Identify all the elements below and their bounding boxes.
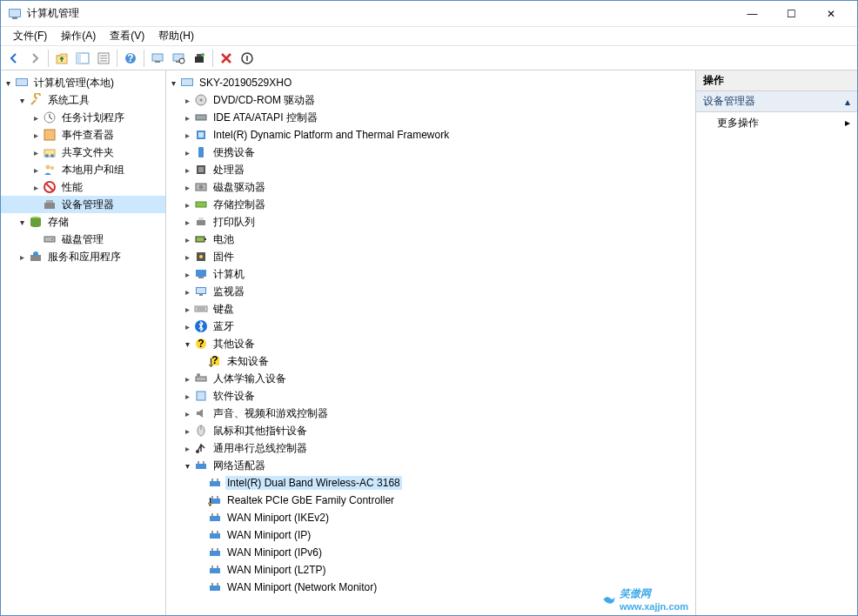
network-adapter[interactable]: Intel(R) Dual Band Wireless-AC 3168 xyxy=(166,474,695,492)
minimize-button[interactable]: — xyxy=(733,1,772,27)
view-resources-button[interactable] xyxy=(169,49,188,68)
svg-point-50 xyxy=(199,185,204,190)
network-adapter[interactable]: WAN Miniport (IPv6) xyxy=(166,544,695,561)
device-category[interactable]: ▸处理器 xyxy=(166,161,695,178)
collapse-icon[interactable]: ▾ xyxy=(15,213,29,231)
expand-icon[interactable]: ▸ xyxy=(29,109,43,126)
uninstall-button[interactable] xyxy=(217,49,236,68)
svg-rect-74 xyxy=(197,392,205,400)
device-category-other[interactable]: ▾ ? 其他设备 xyxy=(166,335,695,352)
menu-help[interactable]: 帮助(H) xyxy=(151,27,201,45)
more-actions-item[interactable]: 更多操作 ▸ xyxy=(696,112,857,133)
tree-label: 系统工具 xyxy=(46,92,91,109)
expand-icon[interactable]: ▸ xyxy=(180,109,194,126)
blank-toggle xyxy=(194,544,208,561)
properties-button[interactable] xyxy=(94,49,113,68)
watermark-url: www.xajjn.com xyxy=(620,601,688,612)
network-adapter[interactable]: WAN Miniport (IKEv2) xyxy=(166,509,695,526)
show-hide-tree-button[interactable] xyxy=(73,49,92,68)
collapse-icon[interactable]: ▾ xyxy=(15,91,29,109)
tree-disk-mgmt[interactable]: 磁盘管理 xyxy=(1,231,165,248)
tree-device-manager[interactable]: 设备管理器 xyxy=(1,196,165,213)
expand-icon[interactable]: ▸ xyxy=(180,422,194,439)
collapse-icon[interactable]: ▾ xyxy=(166,74,180,91)
device-category[interactable]: ▸电池 xyxy=(166,231,695,248)
device-category[interactable]: ▸声音、视频和游戏控制器 xyxy=(166,405,695,422)
tree-shared-folders[interactable]: ▸ 共享文件夹 xyxy=(1,144,165,161)
device-category[interactable]: ▸蓝牙 xyxy=(166,318,695,335)
device-category[interactable]: ▸监视器 xyxy=(166,283,695,300)
expand-icon[interactable]: ▸ xyxy=(180,265,194,283)
device-category[interactable]: ▸鼠标和其他指针设备 xyxy=(166,422,695,439)
device-category[interactable]: ▸计算机 xyxy=(166,265,695,283)
expand-icon[interactable]: ▸ xyxy=(180,370,194,387)
network-adapter[interactable]: !Realtek PCIe GbE Family Controller xyxy=(166,492,695,509)
device-category[interactable]: ▸便携设备 xyxy=(166,144,695,161)
expand-icon[interactable]: ▸ xyxy=(29,126,43,144)
tree-system-tools[interactable]: ▾ 系统工具 xyxy=(1,91,165,109)
close-button[interactable]: ✕ xyxy=(811,1,850,27)
expand-icon[interactable]: ▸ xyxy=(180,161,194,178)
expand-icon[interactable]: ▸ xyxy=(180,91,194,109)
expand-icon[interactable]: ▸ xyxy=(180,178,194,196)
net-icon: ! xyxy=(208,493,222,507)
forward-button[interactable] xyxy=(25,49,44,68)
device-category[interactable]: ▸Intel(R) Dynamic Platform and Thermal F… xyxy=(166,126,695,144)
device-category[interactable]: ▸固件 xyxy=(166,248,695,265)
device-unknown[interactable]: !? 未知设备 xyxy=(166,352,695,370)
help-button[interactable]: ? xyxy=(121,49,140,68)
expand-icon[interactable]: ▸ xyxy=(29,161,43,178)
expand-icon[interactable]: ▸ xyxy=(29,144,43,161)
device-label: 磁盘驱动器 xyxy=(211,179,267,196)
scan-hardware-button[interactable] xyxy=(190,49,209,68)
view-devices-button[interactable] xyxy=(148,49,167,68)
back-button[interactable] xyxy=(4,49,23,68)
expand-icon[interactable]: ▸ xyxy=(29,178,43,196)
device-category[interactable]: ▸软件设备 xyxy=(166,387,695,405)
device-category[interactable]: ▸键盘 xyxy=(166,300,695,318)
network-adapter[interactable]: WAN Miniport (L2TP) xyxy=(166,561,695,579)
expand-icon[interactable]: ▸ xyxy=(180,387,194,405)
expand-icon[interactable]: ▸ xyxy=(180,318,194,335)
expand-icon[interactable]: ▸ xyxy=(180,196,194,213)
device-category[interactable]: ▸人体学输入设备 xyxy=(166,370,695,387)
collapse-icon[interactable]: ▾ xyxy=(1,74,15,91)
device-category[interactable]: ▸存储控制器 xyxy=(166,196,695,213)
tree-performance[interactable]: ▸ 性能 xyxy=(1,178,165,196)
actions-section[interactable]: 设备管理器 ▴ xyxy=(696,91,857,112)
device-root[interactable]: ▾ SKY-20190529XHO xyxy=(166,74,695,91)
device-category[interactable]: ▸打印队列 xyxy=(166,213,695,231)
menu-action[interactable]: 操作(A) xyxy=(54,27,103,45)
network-adapter[interactable]: WAN Miniport (IP) xyxy=(166,526,695,544)
device-category[interactable]: ▸DVD/CD-ROM 驱动器 xyxy=(166,91,695,109)
maximize-button[interactable]: ☐ xyxy=(772,1,811,27)
device-category[interactable]: ▸通用串行总线控制器 xyxy=(166,439,695,457)
expand-icon[interactable]: ▸ xyxy=(180,439,194,457)
expand-icon[interactable]: ▸ xyxy=(180,213,194,231)
tree-root-computer-management[interactable]: ▾ 计算机管理(本地) xyxy=(1,74,165,91)
expand-icon[interactable]: ▸ xyxy=(15,248,29,265)
expand-icon[interactable]: ▸ xyxy=(180,126,194,144)
expand-icon[interactable]: ▸ xyxy=(180,300,194,318)
device-label: 固件 xyxy=(211,249,236,265)
collapse-icon[interactable]: ▾ xyxy=(180,335,194,352)
device-category[interactable]: ▸IDE ATA/ATAPI 控制器 xyxy=(166,109,695,126)
tree-local-users[interactable]: ▸ 本地用户和组 xyxy=(1,161,165,178)
device-category[interactable]: ▸磁盘驱动器 xyxy=(166,178,695,196)
expand-icon[interactable]: ▸ xyxy=(180,283,194,300)
network-adapter[interactable]: WAN Miniport (Network Monitor) xyxy=(166,579,695,596)
menu-file[interactable]: 文件(F) xyxy=(6,27,54,45)
tree-services-apps[interactable]: ▸ 服务和应用程序 xyxy=(1,248,165,265)
expand-icon[interactable]: ▸ xyxy=(180,144,194,161)
expand-icon[interactable]: ▸ xyxy=(180,405,194,422)
tree-storage[interactable]: ▾ 存储 xyxy=(1,213,165,231)
expand-icon[interactable]: ▸ xyxy=(180,231,194,248)
disable-button[interactable] xyxy=(238,49,257,68)
tree-event-viewer[interactable]: ▸ 事件查看器 xyxy=(1,126,165,144)
expand-icon[interactable]: ▸ xyxy=(180,248,194,265)
collapse-icon[interactable]: ▾ xyxy=(180,457,194,474)
device-category-network[interactable]: ▾ 网络适配器 xyxy=(166,457,695,474)
tree-task-scheduler[interactable]: ▸ 任务计划程序 xyxy=(1,109,165,126)
up-button[interactable] xyxy=(52,49,71,68)
menu-view[interactable]: 查看(V) xyxy=(103,27,151,45)
